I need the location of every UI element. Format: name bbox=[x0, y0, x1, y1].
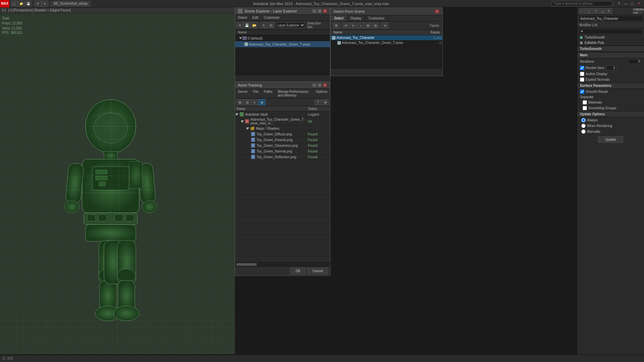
se-title-bar: Scene Explorer - Layer Explorer — □ ✕ bbox=[235, 8, 330, 15]
se-row-1[interactable]: Astronaut_Toy_Character_Green_T-pose bbox=[235, 41, 330, 47]
select-from-scene-panel: Select From Scene ✕ Select Display Custo… bbox=[330, 7, 443, 76]
close-icon[interactable]: ✕ bbox=[636, 1, 642, 7]
object-name-field[interactable]: Astronaut_Toy_Character bbox=[579, 16, 643, 21]
explicit-normals-checkbox[interactable] bbox=[580, 77, 584, 82]
render-iters-input[interactable] bbox=[606, 65, 616, 70]
viewport-3d[interactable]: [+] [+] [Perspective] [Shaded + Edged Fa… bbox=[0, 7, 235, 354]
astronaut-figure bbox=[44, 93, 178, 327]
se-hier-view-btn[interactable]: ⊟ bbox=[268, 22, 274, 28]
at-btn3[interactable]: ≡ bbox=[251, 99, 258, 105]
se-menu-select[interactable]: Select bbox=[235, 15, 250, 20]
new-btn[interactable]: ◯ bbox=[11, 1, 17, 7]
at-row-6[interactable]: P Toy_Green_Normal.png Found bbox=[235, 148, 330, 154]
rp-btn4[interactable]: △ bbox=[599, 8, 605, 14]
at-menu-file[interactable]: File bbox=[250, 89, 261, 98]
se-menu-customize[interactable]: Customize bbox=[261, 15, 282, 20]
help-icon[interactable]: ? bbox=[616, 1, 622, 7]
minimize-icon[interactable]: — bbox=[623, 1, 629, 7]
sfs-sort-btn[interactable]: ↕ bbox=[357, 22, 364, 28]
sfs-row-0[interactable]: Astronaut_Toy_Character 2,293 bbox=[331, 35, 442, 40]
at-menu-bitmap[interactable]: Bitmap Performance and Memory bbox=[275, 89, 313, 98]
search-input[interactable] bbox=[552, 1, 612, 6]
sfs-grid-btn[interactable]: ⊞ bbox=[365, 22, 371, 28]
at-scroll-thumb[interactable] bbox=[236, 263, 257, 266]
se-open-btn[interactable]: 📂 bbox=[251, 22, 258, 28]
at-scrollbar[interactable] bbox=[235, 262, 330, 266]
sfs-row-val-1: 0 bbox=[439, 41, 441, 45]
sfs-filter-btn[interactable]: ⚙ bbox=[333, 22, 339, 28]
at-row-4[interactable]: P Toy_Green_Fresnel.png Found bbox=[235, 137, 330, 143]
se-save-btn[interactable]: 💾 bbox=[244, 22, 251, 28]
redo-btn[interactable]: ↻ bbox=[42, 1, 48, 7]
rp-btn1[interactable]: ← bbox=[579, 8, 585, 14]
iterations-row: Iterations: 0 bbox=[577, 58, 644, 65]
at-menu-options[interactable]: Options bbox=[313, 89, 330, 98]
rp-top-toolbar: ← | ▽ △ ✎ Selection Set: bbox=[577, 7, 644, 15]
sfs-row-1[interactable]: Astronaut_Toy_Character_Green_T-pose 0 bbox=[331, 40, 442, 45]
update-manually-label: Manually bbox=[587, 130, 600, 133]
tab-customize[interactable]: Customize bbox=[365, 15, 388, 21]
update-rendering-radio[interactable] bbox=[581, 124, 586, 128]
modifier-edpoly[interactable]: Editable Poly bbox=[577, 40, 644, 46]
save-btn[interactable]: 💾 bbox=[25, 1, 32, 7]
filename-label: AK_Screenshot_wrksp bbox=[51, 1, 90, 6]
se-minimize-btn[interactable]: — bbox=[312, 9, 317, 13]
isoline-checkbox[interactable] bbox=[580, 72, 584, 76]
at-close-btn[interactable]: ✕ bbox=[323, 83, 327, 87]
at-row-7[interactable]: P Toy_Green_Reflection.png Found bbox=[235, 154, 330, 160]
at-menu-paths[interactable]: Paths bbox=[261, 89, 275, 98]
obj-icon-0 bbox=[332, 36, 335, 40]
at-restore-btn[interactable]: □ bbox=[317, 83, 322, 87]
materials-checkbox[interactable] bbox=[583, 100, 587, 105]
update-manually-radio[interactable] bbox=[581, 129, 586, 134]
at-settings-btn[interactable]: ⚙ bbox=[322, 99, 329, 105]
at-col-header: Name Status bbox=[235, 106, 330, 112]
at-btn2[interactable]: ⊟ bbox=[244, 99, 251, 105]
viewport-label: [+] [Perspective] [Shaded + Edged Faces] bbox=[8, 8, 70, 12]
modifier-dropdown[interactable]: ▼ bbox=[579, 29, 643, 34]
sfs-refresh-btn[interactable]: ↺ bbox=[342, 22, 349, 28]
smooth-result-checkbox[interactable] bbox=[580, 89, 584, 94]
se-close-btn[interactable]: ✕ bbox=[323, 9, 327, 13]
at-menu-server[interactable]: Server bbox=[235, 89, 250, 98]
at-row-0[interactable]: Autodesk Vault Logged bbox=[235, 112, 330, 117]
undo-btn[interactable]: ↺ bbox=[35, 1, 41, 7]
iterations-input[interactable]: 0 bbox=[628, 59, 641, 64]
se-layer-view-btn[interactable]: ≡ bbox=[261, 22, 267, 28]
update-button[interactable]: Update bbox=[598, 136, 623, 143]
se-explorer-select[interactable]: Layer Explorer bbox=[276, 22, 305, 28]
at-row3-name: Toy_Green_Diffuse.png bbox=[256, 132, 307, 136]
at-cancel-btn[interactable]: Cancel bbox=[308, 268, 328, 274]
sfs-list-btn[interactable]: ≡ bbox=[350, 22, 357, 28]
rp-btn5[interactable]: ✎ bbox=[606, 8, 612, 14]
se-menu-edit[interactable]: Edit bbox=[250, 15, 261, 20]
maximize-icon[interactable]: □ bbox=[629, 1, 635, 7]
se-close-btn2[interactable]: ✕ bbox=[236, 22, 243, 28]
sfs-close-x-btn[interactable]: ✕ bbox=[382, 22, 388, 28]
sfs-hier-btn[interactable]: ⊟ bbox=[372, 22, 379, 28]
at-minimize-btn[interactable]: — bbox=[312, 83, 317, 87]
at-btn1[interactable]: ⊞ bbox=[236, 99, 243, 105]
at-row-5[interactable]: P Toy_Green_Glossiness.png Found bbox=[235, 143, 330, 148]
at-empty-14 bbox=[235, 234, 330, 240]
at-row-2[interactable]: Maps / Shaders bbox=[235, 126, 330, 131]
se-restore-btn[interactable]: □ bbox=[317, 9, 322, 13]
at-empty-5 bbox=[235, 183, 330, 188]
modifier-turbosm[interactable]: TurboSmooth bbox=[577, 35, 644, 40]
at-row-3[interactable]: P Toy_Green_Diffuse.png Found bbox=[235, 131, 330, 137]
at-row5-status: Found bbox=[307, 144, 330, 147]
tab-select[interactable]: Select bbox=[331, 15, 347, 21]
open-btn[interactable]: 📁 bbox=[18, 1, 24, 7]
smoothing-groups-checkbox[interactable] bbox=[583, 106, 587, 110]
se-row-0[interactable]: 0 (default) bbox=[235, 35, 330, 41]
sfs-close-btn[interactable]: ✕ bbox=[434, 9, 440, 14]
rp-btn3[interactable]: ▽ bbox=[593, 8, 599, 14]
tab-display[interactable]: Display bbox=[347, 15, 365, 21]
at-ok-btn[interactable]: OK bbox=[290, 268, 305, 274]
at-row-1[interactable]: M Astronaut_Toy_Character_Green_T-pose_m… bbox=[235, 117, 330, 126]
rp-btn2[interactable]: | bbox=[586, 8, 592, 14]
at-btn4[interactable]: ⊠ bbox=[259, 99, 265, 105]
render-iters-checkbox[interactable] bbox=[580, 66, 584, 70]
update-always-radio[interactable] bbox=[581, 118, 586, 122]
at-help-btn[interactable]: ? bbox=[315, 99, 321, 105]
